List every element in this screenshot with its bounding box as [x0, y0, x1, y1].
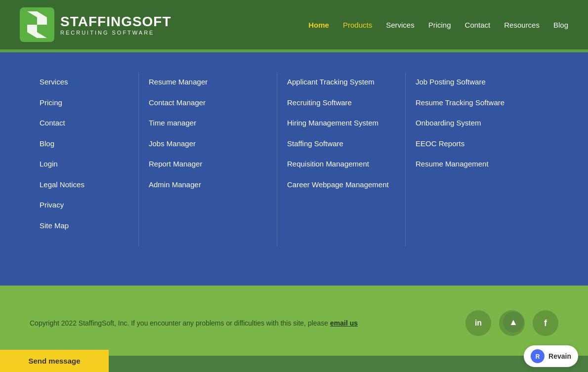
footer-bottom: Copyright 2022 StaffingSoft, Inc. If you…	[30, 310, 558, 336]
link-requisition-management[interactable]: Requisition Management	[287, 159, 395, 169]
col-manager-products: Resume Manager Contact Manager Time mana…	[138, 72, 277, 246]
svg-text:R: R	[536, 353, 540, 360]
main-nav: Home Products Services Pricing Contact R…	[308, 21, 568, 29]
link-time-manager[interactable]: Time manager	[149, 118, 267, 128]
revain-widget[interactable]: R Revain	[524, 345, 578, 367]
link-resume-tracking[interactable]: Resume Tracking Software	[416, 98, 524, 108]
link-resume-manager[interactable]: Resume Manager	[149, 77, 267, 87]
logo-sub: RECRUITING SOFTWARE	[60, 30, 171, 36]
link-hiring-management[interactable]: Hiring Management System	[287, 118, 395, 128]
link-contact-manager[interactable]: Contact Manager	[149, 98, 267, 108]
content-grid: Services Pricing Contact Blog Login Lega…	[10, 62, 578, 256]
col-site-links: Services Pricing Contact Blog Login Lega…	[30, 72, 138, 246]
revain-logo-icon: R	[531, 349, 545, 363]
logo-area: STAFFINGSOFT RECRUITING SOFTWARE	[20, 7, 171, 42]
copyright-text: Copyright 2022 StaffingSoft, Inc. If you…	[30, 318, 358, 329]
nav-resources[interactable]: Resources	[504, 21, 540, 29]
logo-name: STAFFINGSOFT	[60, 14, 171, 30]
link-sitemap[interactable]: Site Map	[40, 221, 128, 231]
main-content: Services Pricing Contact Blog Login Lega…	[0, 52, 588, 286]
col-more-products: Job Posting Software Resume Tracking Sof…	[405, 72, 534, 246]
facebook-button[interactable]: f	[533, 310, 558, 336]
facebook-icon: f	[544, 318, 547, 329]
nav-blog[interactable]: Blog	[553, 21, 568, 29]
nav-home[interactable]: Home	[308, 21, 329, 29]
link-privacy[interactable]: Privacy	[40, 200, 128, 210]
link-contact[interactable]: Contact	[40, 118, 128, 128]
link-login[interactable]: Login	[40, 159, 128, 169]
link-ats[interactable]: Applicant Tracking System	[287, 77, 395, 87]
link-blog[interactable]: Blog	[40, 139, 128, 149]
link-job-posting[interactable]: Job Posting Software	[416, 77, 524, 87]
email-link[interactable]: email us	[330, 319, 358, 327]
logo-text: STAFFINGSOFT RECRUITING SOFTWARE	[60, 14, 171, 36]
link-eeoc[interactable]: EEOC Reports	[416, 139, 524, 149]
col-software-products: Applicant Tracking System Recruiting Sof…	[277, 72, 405, 246]
link-pricing[interactable]: Pricing	[40, 98, 128, 108]
footer: Copyright 2022 StaffingSoft, Inc. If you…	[0, 286, 588, 356]
link-career-webpage[interactable]: Career Webpage Management	[287, 180, 395, 190]
logo-icon	[20, 7, 54, 42]
link-staffing-software[interactable]: Staffing Software	[287, 139, 395, 149]
send-message-bar[interactable]: Send message	[0, 350, 109, 372]
link-legal[interactable]: Legal Notices	[40, 180, 128, 190]
revain-label: Revain	[548, 352, 571, 360]
link-report-manager[interactable]: Report Manager	[149, 159, 267, 169]
link-jobs-manager[interactable]: Jobs Manager	[149, 139, 267, 149]
link-onboarding[interactable]: Onboarding System	[416, 118, 524, 128]
nav-services[interactable]: Services	[386, 21, 415, 29]
header: STAFFINGSOFT RECRUITING SOFTWARE Home Pr…	[0, 0, 588, 49]
link-recruiting-software[interactable]: Recruiting Software	[287, 98, 395, 108]
link-services[interactable]: Services	[40, 77, 128, 87]
nav-products[interactable]: Products	[343, 21, 372, 29]
link-resume-management[interactable]: Resume Management	[416, 159, 524, 169]
linkedin-icon: in	[475, 319, 482, 328]
linkedin-button[interactable]: in	[465, 310, 491, 336]
nav-pricing[interactable]: Pricing	[428, 21, 451, 29]
link-admin-manager[interactable]: Admin Manager	[149, 180, 267, 190]
scroll-top-button[interactable]: ▲	[503, 312, 524, 332]
nav-contact[interactable]: Contact	[465, 21, 491, 29]
